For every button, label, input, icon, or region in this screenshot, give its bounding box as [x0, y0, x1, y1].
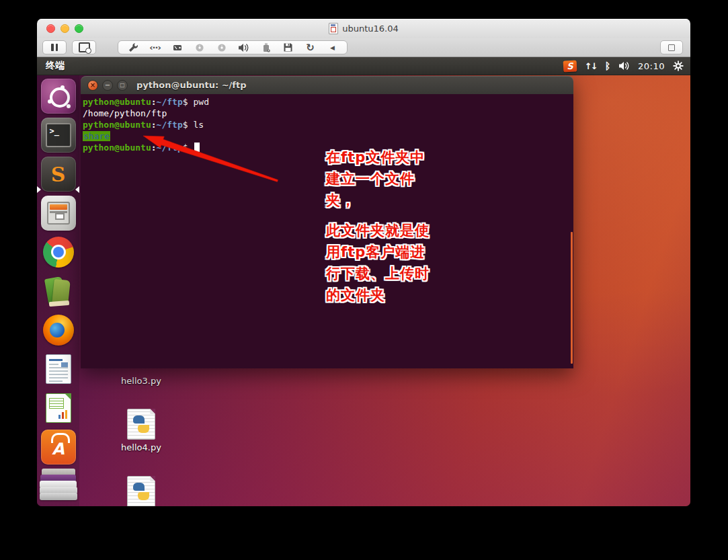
- sublime-icon: S: [51, 163, 66, 186]
- terminal-line: share: [83, 130, 573, 142]
- sound-icon[interactable]: [237, 42, 251, 54]
- launcher-item-sublime-text[interactable]: S: [41, 157, 76, 192]
- launcher-item-chrome[interactable]: [41, 235, 76, 270]
- launcher-item-ubuntu-dash[interactable]: [41, 79, 76, 114]
- vmware-window: ubuntu16.04 ‹··›: [37, 19, 690, 506]
- hard-disk-icon[interactable]: [170, 42, 185, 54]
- snapshot-button[interactable]: [72, 40, 96, 54]
- launcher-folded-items[interactable]: [37, 469, 79, 506]
- ubuntu-desktop: 终端 S ↑↓ ᛒ 20:10: [37, 57, 690, 506]
- writer-icon: [46, 354, 71, 384]
- usb-device-icon[interactable]: [259, 42, 274, 54]
- software-bag-icon: [51, 433, 70, 443]
- terminal-cursor: [194, 143, 200, 152]
- network-updown-icon[interactable]: ↑↓: [585, 61, 597, 71]
- launcher-item-file-manager[interactable]: [41, 196, 76, 231]
- launcher-running-arrow: [37, 186, 41, 193]
- firefox-icon: [43, 315, 74, 346]
- settings-wrench-icon[interactable]: [126, 42, 140, 54]
- terminal-line: /home/python/ftp: [83, 108, 573, 119]
- system-tray: S ↑↓ ᛒ 20:10: [563, 61, 684, 72]
- launcher-focused-arrow: [75, 186, 79, 193]
- file-label: hello3.py: [121, 376, 161, 386]
- desktop-icon-partial[interactable]: [114, 476, 168, 506]
- python-file-icon: [127, 409, 155, 440]
- launcher-item-libreoffice-writer[interactable]: [41, 352, 76, 387]
- clock[interactable]: 20:10: [638, 61, 665, 71]
- traffic-lights: [46, 24, 83, 33]
- window-title: ubuntu16.04: [342, 24, 399, 34]
- ubuntu-logo-icon: [50, 87, 70, 108]
- file-label: hello4.py: [121, 442, 161, 452]
- vmware-toolbar: ‹··›: [37, 38, 690, 57]
- snapshot-icon: [79, 42, 90, 52]
- sync-icon[interactable]: ↻: [303, 42, 318, 54]
- cd-rom-2-icon[interactable]: [214, 42, 229, 54]
- toolbar-collapse-icon[interactable]: ◀: [325, 42, 340, 54]
- annotation-block-1: 在ftp文件夹中 建立一个文件 夹，: [326, 147, 425, 211]
- books-icon: [41, 274, 76, 309]
- terminal-line: python@ubuntu:~/ftp$pwd: [83, 96, 573, 108]
- minimize-button[interactable]: [60, 24, 69, 33]
- calc-icon: [46, 393, 71, 423]
- bluetooth-icon[interactable]: ᛒ: [605, 61, 610, 71]
- vm-document-icon: [329, 23, 338, 34]
- terminal-title: python@ubuntu: ~/ftp: [136, 80, 247, 90]
- screen: ubuntu16.04 ‹··›: [0, 0, 728, 560]
- show-all-windows-button[interactable]: [660, 40, 683, 54]
- sogou-input-icon[interactable]: S: [563, 60, 577, 72]
- mac-titlebar: ubuntu16.04: [37, 19, 690, 38]
- session-gear-icon[interactable]: [673, 61, 684, 71]
- terminal-maximize-button[interactable]: □: [117, 80, 128, 91]
- active-app-title: 终端: [46, 60, 65, 72]
- pause-vm-button[interactable]: [42, 40, 67, 54]
- terminal-close-button[interactable]: ×: [87, 80, 98, 91]
- terminal-line: python@ubuntu:~/ftp$ls: [83, 119, 573, 130]
- network-adapter-icon[interactable]: ‹··›: [148, 42, 163, 54]
- desktop-icon-hello4[interactable]: hello4.py: [114, 409, 168, 452]
- cd-rom-icon[interactable]: [192, 42, 207, 54]
- python-file-icon: [127, 476, 155, 506]
- pause-icon: [51, 44, 58, 51]
- ls-directory-share: share: [83, 131, 110, 141]
- window-title-area: ubuntu16.04: [329, 23, 399, 34]
- zoom-button[interactable]: [75, 24, 83, 33]
- windows-icon: [668, 44, 675, 51]
- ubuntu-top-panel: 终端 S ↑↓ ᛒ 20:10: [37, 57, 690, 75]
- terminal-icon: >_: [46, 123, 71, 147]
- chrome-icon: [43, 237, 74, 268]
- terminal-titlebar[interactable]: × − □ python@ubuntu: ~/ftp: [81, 76, 573, 95]
- launcher-item-books[interactable]: [41, 274, 76, 309]
- annotation-block-2: 此文件夹就是使 用ftp客户端进 行下载、上传时 的文件夹: [326, 220, 430, 306]
- file-cabinet-icon: [47, 202, 70, 225]
- unity-launcher: >_ S: [37, 75, 79, 506]
- terminal-scrollbar[interactable]: [571, 232, 573, 364]
- launcher-item-terminal[interactable]: >_: [41, 118, 76, 153]
- close-button[interactable]: [46, 24, 55, 33]
- volume-icon[interactable]: [618, 61, 630, 71]
- launcher-item-firefox[interactable]: [41, 313, 76, 348]
- floppy-disk-icon[interactable]: [281, 42, 296, 54]
- desktop-icon-hello3[interactable]: hello3.py: [114, 376, 168, 386]
- terminal-minimize-button[interactable]: −: [102, 80, 113, 91]
- device-toolbar: ‹··›: [118, 40, 348, 54]
- launcher-item-software-center[interactable]: A: [41, 430, 76, 465]
- launcher-item-libreoffice-calc[interactable]: [41, 391, 76, 426]
